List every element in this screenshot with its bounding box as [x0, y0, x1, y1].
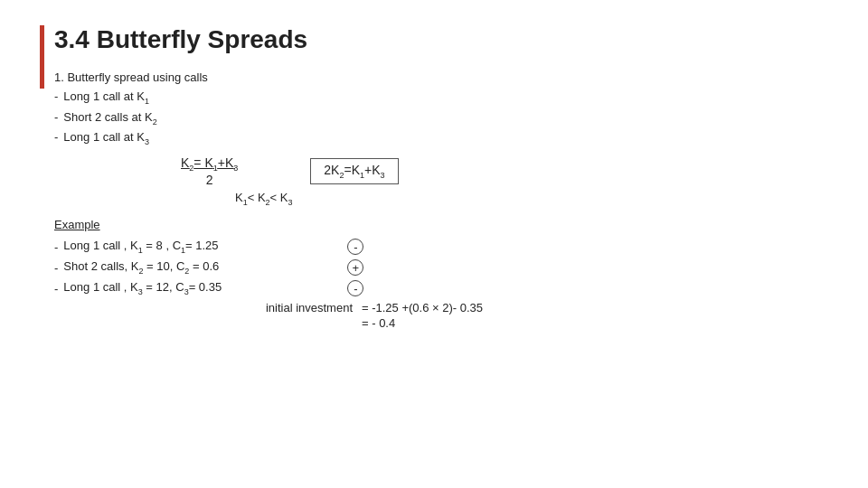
example-link: Example — [54, 218, 100, 231]
example-text-3: Long 1 call , K3 = 12, C3= 0.35 — [63, 280, 344, 296]
example-row-2: - Shot 2 calls, K2 = 10, C2 = 0.6 + — [54, 259, 832, 276]
bullet-2: - Short 2 calls at K2 — [54, 110, 832, 127]
example-text-2: Shot 2 calls, K2 = 10, C2 = 0.6 — [63, 259, 344, 276]
formula-left: K2= K1+K3 2 — [181, 155, 238, 187]
formula-denominator: 2 — [206, 173, 213, 187]
example-dash-2: - — [54, 261, 58, 275]
circle-plus-1: + — [347, 259, 363, 276]
page-title: 3.4 Butterfly Spreads — [54, 25, 832, 54]
k-inequality: K1< K2< K3 — [235, 191, 832, 207]
example-text-1: Long 1 call , K1 = 8 , C1= 1.25 — [63, 239, 344, 255]
formula-numerator: K2= K1+K3 — [181, 155, 238, 173]
section-label: 1. Butterfly spread using calls — [54, 70, 832, 84]
formula-row: K2= K1+K3 2 2K2=K1+K3 — [181, 155, 832, 187]
example-row-1: - Long 1 call , K1 = 8 , C1= 1.25 - — [54, 239, 832, 255]
bullet-2-text: Short 2 calls at K2 — [63, 110, 156, 127]
example-label: Example — [54, 217, 832, 239]
bullet-3-text: Long 1 call at K3 — [63, 130, 149, 146]
formula-box: 2K2=K1+K3 — [310, 158, 398, 184]
main-content: 3.4 Butterfly Spreads 1. Butterfly sprea… — [54, 25, 832, 330]
dash-2: - — [54, 110, 58, 124]
investment-label: initial investment — [54, 301, 362, 314]
investment-row: initial investment = -1.25 +(0.6 × 2)- 0… — [54, 301, 832, 314]
example-dash-1: - — [54, 240, 58, 254]
example-row-3: - Long 1 call , K3 = 12, C3= 0.35 - — [54, 280, 832, 296]
investment-result: = -1.25 +(0.6 × 2)- 0.35 — [362, 301, 483, 314]
dash-3: - — [54, 130, 58, 144]
circle-minus-2: - — [347, 280, 363, 296]
accent-bar — [40, 25, 44, 89]
bullet-1-text: Long 1 call at K1 — [63, 89, 149, 106]
bullet-1: - Long 1 call at K1 — [54, 89, 832, 106]
example-dash-3: - — [54, 282, 58, 296]
dash-1: - — [54, 89, 58, 103]
bullet-3: - Long 1 call at K3 — [54, 130, 832, 146]
equals-row: = - 0.4 — [362, 316, 832, 330]
circle-minus-1: - — [347, 239, 363, 255]
